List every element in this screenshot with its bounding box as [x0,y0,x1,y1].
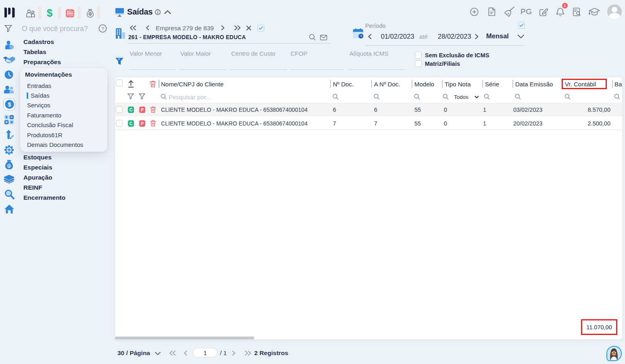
svg-text:$: $ [90,13,91,16]
svg-text:?: ? [101,26,104,31]
svg-text:$: $ [8,101,11,108]
